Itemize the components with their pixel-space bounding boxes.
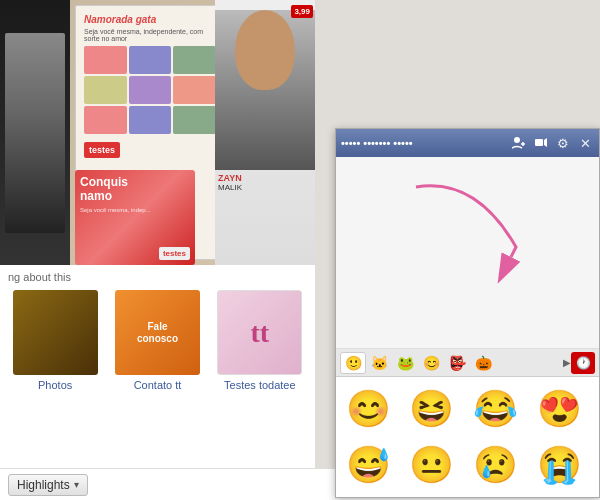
mag-right-panel: ZAYN MALIK 3,99 [215,0,315,265]
highlights-dropdown-icon: ▾ [74,479,79,490]
conquer-title: Conquisnamo [80,175,190,204]
emoji-tab-frogs[interactable]: 🐸 [392,352,418,374]
highlights-bar: Highlights ▾ [0,468,315,500]
emoji-tab-smiles[interactable]: 😊 [418,352,444,374]
svg-point-0 [514,137,520,143]
price-tag: 3,99 [291,5,313,18]
photo-item-testes: tt Testes todatee [213,290,307,391]
about-text: ng about this [8,271,71,283]
testes-small-badge: testes [159,247,190,260]
chat-window: ••••• ••••••• ••••• ⚙ ✕ [335,128,600,498]
mag-right-text: ZAYN MALIK [215,170,315,195]
emoji-cry[interactable]: 😭 [533,439,585,491]
fale-conosco-text: Faleconosco [137,321,178,345]
svg-marker-4 [544,138,547,147]
emoji-tab-faces[interactable]: 🙂 [340,352,366,374]
emoji-sad[interactable]: 😢 [470,439,522,491]
emoji-heart-eyes[interactable]: 😍 [533,383,585,435]
emoji-smile[interactable]: 😊 [342,383,394,435]
mag-item [129,76,172,104]
emoji-tab-halloween[interactable]: 🎃 [470,352,496,374]
emoji-tab-monsters[interactable]: 👺 [444,352,470,374]
photo-thumb-orange[interactable]: Faleconosco [115,290,200,375]
emoji-neutral[interactable]: 😐 [406,439,458,491]
highlights-button[interactable]: Highlights ▾ [8,474,88,496]
bottom-content-area: ng about this Photos Faleconosco Contato… [0,265,315,500]
chat-contact-name: ••••• ••••••• ••••• [341,137,506,149]
mag-left-panel [0,0,70,265]
emoji-tab-cats[interactable]: 🐱 [366,352,392,374]
mag-person-bg [215,10,315,170]
photo-item-contato: Faleconosco Contato tt [110,290,204,391]
mag-zayn: ZAYN [218,173,312,183]
photo-label-contato[interactable]: Contato tt [134,379,182,391]
emoji-tab-recent[interactable]: 🕐 [571,352,595,374]
mag-grid [84,46,216,134]
emoji-panel: 🙂 🐱 🐸 😊 👺 🎃 ▶ 🕐 😊 😆 😂 😍 😅 😐 😢 😭 [336,348,599,497]
about-section: ng about this [0,265,315,285]
testes-badge: testes [84,142,120,158]
emoji-sweat-smile[interactable]: 😅 [342,439,394,491]
photo-label-testes[interactable]: Testes todatee [224,379,296,391]
emoji-grid: 😊 😆 😂 😍 😅 😐 😢 😭 [336,377,599,497]
mag-item [173,106,216,134]
photo-item-photos: Photos [8,290,102,391]
video-call-icon[interactable] [532,134,550,152]
mag-item [84,76,127,104]
conquer-text: Seja você mesma, indep... [80,207,190,213]
chat-header: ••••• ••••••• ••••• ⚙ ✕ [336,129,599,157]
chat-body: 🙂 🐱 🐸 😊 👺 🎃 ▶ 🕐 😊 😆 😂 😍 😅 😐 😢 😭 [336,157,599,497]
mag-item [173,46,216,74]
pink-arrow-decoration [396,167,546,297]
photo-label-photos[interactable]: Photos [38,379,72,391]
close-icon[interactable]: ✕ [576,134,594,152]
mag-left-figure [5,33,65,233]
emoji-grin[interactable]: 😆 [406,383,458,435]
emoji-laugh[interactable]: 😂 [470,383,522,435]
mag-item [129,106,172,134]
add-friend-icon[interactable] [510,134,528,152]
magazine-collage: Namorada gata Seja você mesma, independe… [0,0,315,265]
mag-item [129,46,172,74]
mag-person-head [235,10,295,90]
photo-thumb-dark[interactable] [13,290,98,375]
photos-row: Photos Faleconosco Contato tt tt Testes … [0,285,315,396]
mag-center-title: Namorada gata [84,14,216,25]
conquer-mag: Conquisnamo Seja você mesma, indep... te… [75,170,195,265]
emoji-tab-bar: 🙂 🐱 🐸 😊 👺 🎃 ▶ 🕐 [336,349,599,377]
highlights-label: Highlights [17,478,70,492]
mag-center-subtitle: Seja você mesma, independente, com sorte… [84,28,216,42]
settings-icon[interactable]: ⚙ [554,134,572,152]
photo-thumb-pink[interactable]: tt [217,290,302,375]
mag-malik: MALIK [218,183,312,192]
emoji-tab-more[interactable]: ▶ [563,357,571,368]
testes-tt-text: tt [250,317,269,349]
svg-rect-3 [535,139,543,146]
mag-item [84,46,127,74]
mag-item [173,76,216,104]
mag-item [84,106,127,134]
